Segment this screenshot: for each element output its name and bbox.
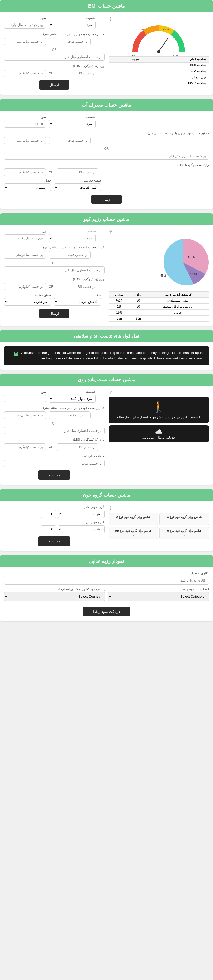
diet-food-group: انتخاب دسته بندی غذا Select Category xyxy=(108,587,209,601)
diet-country-group: یا با توجه به کشور به کشور انتخاب کنید S… xyxy=(4,587,105,601)
bmi-age-input[interactable] xyxy=(4,21,46,29)
blood-mother-type-select[interactable]: مثبت xyxy=(58,510,104,518)
keto-title: ماشین حساب رژیم کیتو xyxy=(84,217,129,222)
walk-info-text: 6 دقیقه پیاده روی جهت سنجش مورد انتظار ب… xyxy=(113,415,205,419)
bmi-title: ماشین حساب BMI xyxy=(88,3,125,9)
water-height-free-input[interactable] xyxy=(4,152,209,160)
walk-height-cm-input[interactable] xyxy=(4,412,46,419)
keto-height-cm-input[interactable] xyxy=(4,251,46,259)
walk-calculate-button[interactable]: محاسبه xyxy=(38,470,71,480)
water-height-cm-input[interactable] xyxy=(4,137,46,144)
keto-gender-group: جنسیت مرد xyxy=(49,229,96,242)
water-section: ماشین حساب مصرف آب جنسیت مرد سن قد (بر ح… xyxy=(0,99,213,209)
blood-card-title: شانس برای گروه خون نوع O xyxy=(162,515,207,519)
bmi-height-free-input[interactable] xyxy=(4,53,104,61)
water-title: ماشین حساب مصرف آب xyxy=(82,102,131,108)
fitness-quote-section: نقل قول های تناسب اندام سلامتی ❝ A drunk… xyxy=(0,330,213,369)
keto-age-input[interactable] xyxy=(4,234,46,242)
keto-height-ft-input[interactable] xyxy=(49,251,90,259)
bmi-gender-group: جنسیت مرد xyxy=(49,16,96,29)
keto-height-free-input[interactable] xyxy=(4,266,104,274)
keto-weight-kg-input[interactable] xyxy=(4,283,46,290)
water-or-divider-1: OR xyxy=(4,147,209,151)
bmi-visual: ⇧ 18.5 25.0% 30.0% xyxy=(109,16,209,86)
age-label: سن xyxy=(4,16,46,20)
gender-label: جنسیت xyxy=(49,16,96,20)
keto-goal-select[interactable]: کاهش چربی xyxy=(54,298,101,306)
walk-form: جنسیت مرد یا وارد کنید سن قد (بر حسب فوت… xyxy=(4,390,104,481)
water-gender-select[interactable]: مرد xyxy=(49,120,96,128)
walk-weight-lbs-input[interactable] xyxy=(57,443,98,451)
share-icon[interactable]: ⇧ xyxy=(109,16,209,22)
blood-card-value: - xyxy=(162,520,207,523)
water-weight-kg-input[interactable] xyxy=(4,169,46,176)
keto-submit-button[interactable]: ارسال xyxy=(39,309,69,318)
walk-gender-select[interactable]: مرد یا وارد کنید xyxy=(49,395,96,402)
bmi-weight-lbs-input[interactable] xyxy=(57,70,98,77)
keto-activity-select[interactable]: کم تحرک xyxy=(4,298,51,306)
diet-calorie-input[interactable] xyxy=(4,576,209,585)
blood-group-card: شانس برای گروه خون نوع AB- xyxy=(109,527,158,539)
bmi-height-cm-input[interactable] xyxy=(4,38,46,45)
walk-weight-kg-input[interactable] xyxy=(4,443,46,451)
bmi-weight-kg-input[interactable] xyxy=(4,70,46,77)
blood-share-icon[interactable]: ⇧ xyxy=(109,505,209,511)
walk-person-icon: 🚶 xyxy=(113,401,205,413)
diet-submit-button[interactable]: دریافت نمودار غذا xyxy=(83,607,131,616)
keto-gender-select[interactable]: مرد xyxy=(49,234,96,242)
svg-line-0 xyxy=(159,38,168,52)
water-age-label: سن xyxy=(4,115,46,119)
keto-visual: ⇧ 44.19 10.61 45.2 xyxy=(109,229,209,321)
bmi-row-label: وزن ایده آل xyxy=(141,75,209,81)
walk-info-box: 🚶 6 دقیقه پیاده روی جهت سنجش مورد انتظار… xyxy=(109,397,209,423)
bmi-row-label: محاسبه BFP xyxy=(141,68,209,75)
bmi-submit-button[interactable]: ارسال xyxy=(39,80,69,89)
water-gender-group: جنسیت مرد xyxy=(49,115,96,128)
bmi-result-row: محاسبه BFP... xyxy=(109,68,209,75)
keto-or-divider-1: OR xyxy=(4,261,104,265)
walk-age-input[interactable] xyxy=(4,395,46,402)
walk-height-ft-input[interactable] xyxy=(49,412,90,419)
blood-group-card: شانس برای گروه خون نوع B- xyxy=(159,527,209,539)
diet-calorie-group: کالری به تعداد xyxy=(4,571,209,585)
bmi-row-value: ... xyxy=(109,81,141,86)
keto-height-label: قد (بر حسب فوت و اینچ یا بر حسب سانتی مت… xyxy=(43,246,104,249)
walk-height-label: قد (بر حسب فوت و اینچ یا بر حسب سانتی مت… xyxy=(43,406,104,410)
bmi-row-label: محاسبه BMI xyxy=(141,62,209,68)
water-activity-label: سطح فعالیت xyxy=(54,179,101,182)
bmi-result-table: محاسبه اندام نتیجه محاسبه BMI...محاسبه B… xyxy=(109,56,209,86)
bmi-header: ماشین حساب BMI xyxy=(0,0,213,12)
water-height-ft-input[interactable] xyxy=(49,137,90,144)
diet-food-select[interactable]: Select Category xyxy=(108,592,209,601)
keto-pie-chart: 44.19 10.61 45.2 xyxy=(157,236,209,288)
diet-country-select[interactable]: Select Country xyxy=(4,592,105,601)
water-age-input[interactable] xyxy=(4,120,46,127)
walk-height-free-input[interactable] xyxy=(4,427,104,434)
walk-share-icon[interactable]: ⇧ xyxy=(109,390,209,396)
bmi-row-value: ... xyxy=(109,75,141,81)
keto-weight-lbs-input[interactable] xyxy=(57,283,98,290)
water-weight-lbs-input[interactable] xyxy=(57,169,98,176)
blood-group-header: ماشین حساب گروه خون xyxy=(0,489,213,501)
water-season-select[interactable]: زمستان xyxy=(4,183,51,191)
blood-mother-label: گروه خونی مادر xyxy=(4,505,104,509)
bmi-gender-select[interactable]: مرد xyxy=(49,21,96,29)
fitness-quote-header: نقل قول های تناسب اندام سلامتی xyxy=(0,330,213,342)
water-submit-button[interactable]: ارسال xyxy=(91,194,122,204)
bmi-result-row: محاسبه BMI... xyxy=(109,62,209,68)
keto-share-icon[interactable]: ⇧ xyxy=(109,229,209,235)
keto-goal-group: هدف کاهش چربی xyxy=(54,293,101,306)
blood-father-value-input[interactable] xyxy=(41,525,56,533)
blood-mother-value-input[interactable] xyxy=(41,510,56,518)
bmi-height-ft-input[interactable] xyxy=(49,38,90,45)
blood-group-title: ماشین حساب گروه خون xyxy=(83,493,130,498)
keto-row-male: %14 xyxy=(109,298,130,304)
keto-result-row: مقدار پیشنهادی:20%14 xyxy=(109,298,209,304)
walk-distance-input[interactable] xyxy=(4,460,104,467)
blood-mother-group: گروه خونی مادر مثبت xyxy=(4,505,104,518)
walk-or-divider-1: OR xyxy=(4,422,104,425)
blood-calculate-button[interactable]: محاسبه xyxy=(38,536,71,546)
svg-text:25.0%: 25.0% xyxy=(137,28,144,31)
blood-father-type-select[interactable]: مثبت xyxy=(58,525,104,533)
water-activity-select[interactable]: کمی فعالیت xyxy=(54,183,101,191)
